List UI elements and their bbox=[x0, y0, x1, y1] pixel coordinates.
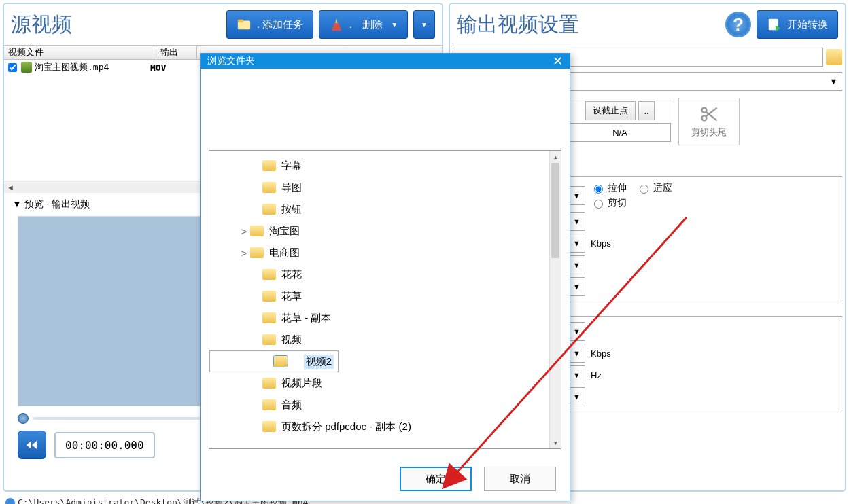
folder-icon bbox=[274, 356, 288, 367]
video-file-icon bbox=[21, 62, 32, 73]
folder-icon bbox=[262, 334, 276, 345]
end-point-block: 设截止点 .. N/A bbox=[566, 98, 674, 145]
left-header: 源视频 . 添加任务 . 删除 ▼ ▼ bbox=[4, 4, 442, 45]
tree-item[interactable]: 字幕 bbox=[209, 155, 561, 177]
expander-icon[interactable]: > bbox=[238, 226, 250, 237]
chevron-down-icon: ▼ bbox=[573, 239, 581, 247]
unit-kbps: Kbps bbox=[591, 348, 611, 359]
browse-folder-dialog: 浏览文件夹 ✕ 字幕导图按钮>淘宝图>电商图花花花草花草 - 副本视频视频2视频… bbox=[200, 53, 570, 501]
expander-icon[interactable]: > bbox=[238, 247, 250, 259]
folder-icon bbox=[262, 378, 276, 389]
tree-item[interactable]: 视频2 bbox=[209, 350, 339, 372]
folder-icon bbox=[262, 421, 276, 432]
folder-icon bbox=[250, 247, 264, 258]
trim-label: 剪切头尾 bbox=[691, 126, 727, 139]
end-more-button[interactable]: .. bbox=[638, 101, 655, 120]
chevron-down-icon: ▼ bbox=[391, 21, 398, 29]
start-convert-label: 开始转换 bbox=[787, 18, 828, 31]
radio-stretch[interactable]: 拉伸 bbox=[591, 182, 627, 194]
tree-item[interactable]: 页数拆分 pdfpcdoc - 副本 (2) bbox=[209, 416, 561, 437]
tree-item-label: 花草 bbox=[281, 290, 302, 303]
convert-icon bbox=[767, 17, 782, 32]
scroll-up-icon[interactable]: ▴ bbox=[550, 151, 561, 162]
tree-item[interactable]: 花草 - 副本 bbox=[209, 307, 561, 329]
col-output[interactable]: 输出 bbox=[156, 46, 197, 58]
trim-button[interactable]: 剪切头尾 bbox=[678, 98, 740, 145]
tree-item-label: 字幕 bbox=[281, 160, 302, 173]
dialog-close-button[interactable]: ✕ bbox=[553, 54, 563, 69]
file-checkbox[interactable] bbox=[8, 63, 17, 72]
tree-item-label: 视频2 bbox=[304, 355, 334, 369]
rewind-button[interactable] bbox=[18, 431, 46, 459]
tree-item-label: 视频片段 bbox=[281, 377, 322, 390]
delete-label: . 删除 bbox=[349, 18, 383, 31]
chevron-down-icon: ▼ bbox=[573, 283, 581, 291]
scale-mode-radios: 拉伸 适应 剪切 bbox=[591, 182, 672, 209]
tree-item[interactable]: 花花 bbox=[209, 264, 561, 285]
help-button[interactable]: ? bbox=[725, 12, 751, 37]
scissors-icon bbox=[699, 105, 718, 124]
output-title: 输出视频设置 bbox=[457, 11, 593, 39]
svg-marker-5 bbox=[32, 441, 37, 449]
right-header: 输出视频设置 ? 开始转换 bbox=[450, 4, 845, 45]
tree-item-label: 页数拆分 pdfpcdoc - 副本 (2) bbox=[281, 420, 411, 433]
scroll-thumb[interactable] bbox=[551, 163, 559, 258]
folder-icon bbox=[262, 204, 276, 215]
folder-icon bbox=[262, 399, 276, 410]
delete-dropdown-button[interactable]: ▼ bbox=[413, 10, 435, 39]
browse-folder-button[interactable] bbox=[826, 49, 842, 65]
chevron-down-icon: ▼ bbox=[421, 21, 428, 29]
tree-item-label: 电商图 bbox=[269, 247, 300, 259]
dialog-ok-button[interactable]: 确定 bbox=[400, 467, 472, 491]
folder-add-icon bbox=[237, 17, 252, 32]
set-end-button[interactable]: 设截止点 bbox=[585, 101, 636, 120]
folder-icon bbox=[262, 269, 276, 280]
rewind-icon bbox=[25, 438, 39, 452]
add-task-button[interactable]: . 添加任务 bbox=[226, 10, 313, 39]
svg-rect-1 bbox=[238, 20, 243, 23]
tree-item-label: 花草 - 副本 bbox=[281, 312, 331, 325]
source-title: 源视频 bbox=[11, 11, 86, 39]
tree-item[interactable]: 视频片段 bbox=[209, 372, 561, 394]
dialog-title-text: 浏览文件夹 bbox=[207, 55, 255, 67]
unit-kbps: Kbps bbox=[591, 238, 611, 249]
seek-thumb-icon[interactable] bbox=[18, 413, 29, 424]
tree-item[interactable]: 花草 bbox=[209, 285, 561, 307]
tree-item-label: 花花 bbox=[281, 268, 302, 281]
tree-item[interactable]: 导图 bbox=[209, 177, 561, 198]
tree-item[interactable]: 音频 bbox=[209, 394, 561, 416]
tree-item-label: 按钮 bbox=[281, 203, 302, 216]
file-name: 淘宝主图视频.mp4 bbox=[35, 61, 143, 73]
folder-tree[interactable]: 字幕导图按钮>淘宝图>电商图花花花草花草 - 副本视频视频2视频片段音频页数拆分… bbox=[209, 150, 561, 449]
tree-item-label: 视频 bbox=[281, 334, 302, 346]
tree-item-label: 淘宝图 bbox=[269, 225, 300, 238]
start-convert-button[interactable]: 开始转换 bbox=[757, 10, 838, 39]
tree-item[interactable]: >淘宝图 bbox=[209, 220, 561, 242]
tree-item-label: 导图 bbox=[281, 181, 302, 194]
chevron-down-icon: ▼ bbox=[573, 261, 581, 269]
dialog-titlebar[interactable]: 浏览文件夹 ✕ bbox=[201, 54, 570, 69]
svg-marker-4 bbox=[27, 441, 31, 449]
chevron-down-icon: ▼ bbox=[573, 217, 581, 226]
chevron-down-icon: ▼ bbox=[573, 192, 581, 200]
scroll-down-icon[interactable]: ▾ bbox=[550, 437, 561, 448]
file-format: MOV bbox=[150, 62, 166, 73]
tree-item[interactable]: 视频 bbox=[209, 329, 561, 350]
radio-crop[interactable]: 剪切 bbox=[591, 197, 672, 209]
svg-marker-3 bbox=[332, 23, 342, 31]
tree-item[interactable]: >电商图 bbox=[209, 242, 561, 264]
col-file[interactable]: 视频文件 bbox=[4, 46, 156, 58]
tree-scrollbar[interactable]: ▴ ▾ bbox=[549, 151, 561, 448]
folder-icon bbox=[262, 182, 276, 193]
radio-fit[interactable]: 适应 bbox=[636, 182, 672, 194]
broom-icon bbox=[329, 17, 344, 32]
tree-item[interactable]: 按钮 bbox=[209, 198, 561, 220]
chevron-down-icon: ▼ bbox=[573, 349, 581, 357]
delete-button[interactable]: . 删除 ▼ bbox=[319, 10, 408, 39]
end-time-field[interactable]: N/A bbox=[569, 123, 671, 142]
status-icon bbox=[5, 498, 15, 504]
chevron-down-icon: ▼ bbox=[830, 77, 837, 86]
dialog-cancel-button[interactable]: 取消 bbox=[484, 467, 556, 491]
add-task-label: . 添加任务 bbox=[257, 18, 303, 31]
time-display: 00:00:00.000 bbox=[54, 432, 155, 458]
